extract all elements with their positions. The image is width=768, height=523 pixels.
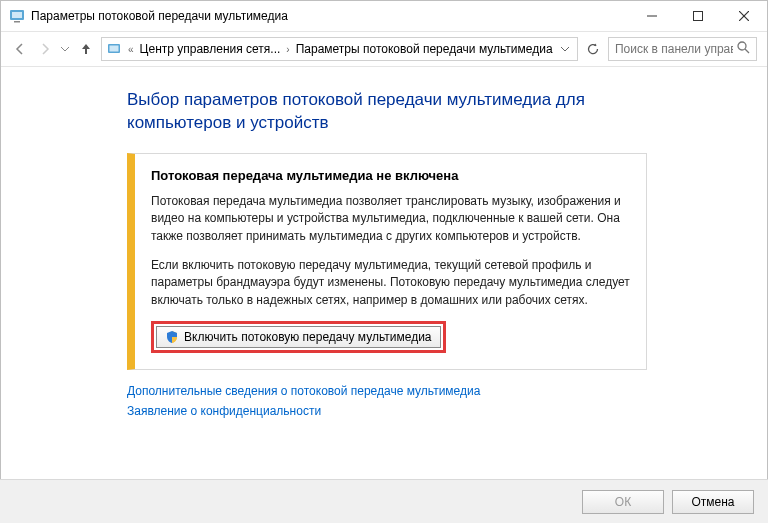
enable-streaming-button[interactable]: Включить потоковую передачу мультимедиа	[156, 326, 441, 348]
enable-streaming-label: Включить потоковую передачу мультимедиа	[184, 330, 432, 344]
svg-rect-2	[14, 21, 20, 23]
info-panel: Потоковая передача мультимедиа не включе…	[127, 153, 647, 370]
address-bar[interactable]: « Центр управления сетя... › Параметры п…	[101, 37, 578, 61]
highlight-box: Включить потоковую передачу мультимедиа	[151, 321, 446, 353]
titlebar: Параметры потоковой передачи мультимедиа	[1, 1, 767, 31]
chevron-right-icon: ›	[284, 44, 291, 55]
panel-title: Потоковая передача мультимедиа не включе…	[151, 168, 630, 183]
cancel-button[interactable]: Отмена	[672, 490, 754, 514]
privacy-link[interactable]: Заявление о конфиденциальности	[127, 404, 647, 418]
up-button[interactable]	[77, 37, 95, 61]
back-button[interactable]	[11, 37, 29, 61]
ok-button: ОК	[582, 490, 664, 514]
uac-shield-icon	[165, 330, 179, 344]
address-dropdown-icon[interactable]	[557, 44, 573, 55]
search-box[interactable]	[608, 37, 757, 61]
window-title: Параметры потоковой передачи мультимедиа	[31, 9, 629, 23]
footer-bar: ОК Отмена	[0, 479, 768, 523]
links-section: Дополнительные сведения о потоковой пере…	[127, 384, 647, 418]
minimize-button[interactable]	[629, 1, 675, 31]
svg-rect-1	[12, 12, 22, 18]
recent-dropdown[interactable]	[60, 37, 71, 61]
panel-paragraph: Если включить потоковую передачу мультим…	[151, 257, 630, 309]
refresh-button[interactable]	[584, 37, 602, 61]
svg-line-10	[745, 49, 749, 53]
maximize-button[interactable]	[675, 1, 721, 31]
close-button[interactable]	[721, 1, 767, 31]
control-panel-icon	[106, 41, 122, 57]
chevron-right-icon: «	[126, 44, 136, 55]
panel-paragraph: Потоковая передача мультимедиа позволяет…	[151, 193, 630, 245]
navigation-bar: « Центр управления сетя... › Параметры п…	[1, 31, 767, 67]
content-area: Выбор параметров потоковой передачи муль…	[1, 67, 767, 434]
forward-button[interactable]	[35, 37, 53, 61]
window-controls	[629, 1, 767, 31]
search-input[interactable]	[615, 42, 733, 56]
breadcrumb-item[interactable]: Параметры потоковой передачи мультимедиа	[296, 42, 553, 56]
breadcrumb-item[interactable]: Центр управления сетя...	[140, 42, 281, 56]
svg-rect-4	[694, 12, 703, 21]
search-icon[interactable]	[737, 41, 750, 57]
app-icon	[9, 8, 25, 24]
svg-point-9	[738, 42, 746, 50]
svg-rect-8	[110, 46, 119, 52]
page-heading: Выбор параметров потоковой передачи муль…	[127, 89, 647, 135]
more-info-link[interactable]: Дополнительные сведения о потоковой пере…	[127, 384, 647, 398]
